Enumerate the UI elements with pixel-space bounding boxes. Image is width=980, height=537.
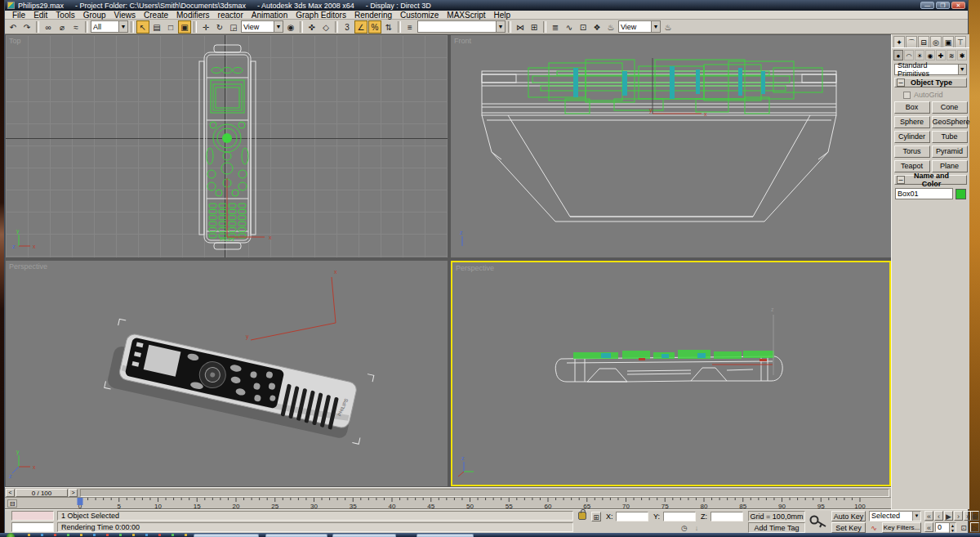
unlink-selection-icon[interactable]: ⌀ (56, 20, 69, 34)
render-scene-icon[interactable]: ♨ (604, 20, 617, 34)
track-bar[interactable]: ⊟ 05101520253035404550556065707580859095… (5, 497, 891, 509)
select-link-icon[interactable]: ∞ (42, 20, 55, 34)
redo-icon[interactable]: ↷ (20, 20, 33, 34)
viewport-perspective-shaded[interactable]: Perspective (6, 261, 448, 486)
current-frame-field[interactable]: 0 ▲▼ (935, 522, 956, 532)
named-selection-icon[interactable]: ≡ (403, 20, 416, 34)
viewport-perspective-active[interactable]: Perspective (451, 261, 891, 486)
chevron-down-icon[interactable]: ▼ (912, 512, 920, 521)
create-teapot-button[interactable]: Teapot (894, 160, 930, 172)
object-color-swatch[interactable] (956, 189, 966, 199)
set-keys-key-icon[interactable] (808, 512, 828, 530)
close-button[interactable]: ✕ (951, 2, 965, 9)
subtab-lights-icon[interactable]: ☀ (915, 50, 924, 60)
selection-filter-dropdown[interactable]: All▼ (91, 20, 128, 33)
create-pyramid-button[interactable]: Pyramid (932, 145, 968, 158)
create-cone-button[interactable]: Cone (932, 101, 968, 114)
create-geosphere-button[interactable]: GeoSphere (932, 116, 968, 128)
coord-system-dropdown[interactable]: View▼ (241, 20, 283, 33)
select-scale-icon[interactable]: ◲ (227, 20, 240, 34)
tab-display-icon[interactable]: ▣ (942, 36, 954, 47)
default-tangent-icon[interactable]: ∿ (869, 523, 879, 533)
time-slider-handle[interactable]: 0 / 100 (16, 489, 68, 497)
subtab-cameras-icon[interactable]: ◉ (925, 50, 935, 60)
undo-icon[interactable]: ↶ (7, 20, 20, 34)
object-name-input[interactable]: Box01 (895, 188, 953, 199)
time-config-icon[interactable]: ⊡ (959, 523, 969, 533)
frame-spinner[interactable]: ▲▼ (949, 523, 956, 533)
clock-icon[interactable]: ◷ (679, 523, 689, 533)
tab-create-icon[interactable]: ✦ (893, 36, 905, 47)
time-slider-prev-button[interactable]: < (6, 489, 15, 497)
subtab-helpers-icon[interactable]: ✚ (936, 50, 946, 60)
maxscript-mini-recorder[interactable] (11, 511, 54, 521)
quick-render-icon[interactable]: ♨ (662, 20, 675, 34)
chevron-down-icon[interactable]: ▼ (274, 21, 283, 32)
selection-set-dropdown[interactable]: Selected ▼ (869, 511, 921, 521)
windows-taskbar[interactable] (0, 533, 980, 537)
taskbar-button[interactable] (194, 534, 259, 537)
object-type-rollout-header[interactable]: – Object Type (894, 78, 967, 87)
viewport-top[interactable]: Top (6, 35, 448, 257)
rect-selection-region-icon[interactable]: □ (164, 20, 177, 34)
menu-animation[interactable]: Animation (247, 11, 292, 20)
viewport-label-front[interactable]: Front (454, 37, 471, 45)
schematic-view-icon[interactable]: ⊡ (577, 20, 590, 34)
collapse-icon[interactable]: – (897, 176, 905, 184)
name-color-rollout-header[interactable]: – Name and Color (894, 175, 967, 185)
key-mode-toggle-icon[interactable]: « (924, 522, 933, 532)
menu-views[interactable]: Views (110, 11, 140, 20)
menu-reactor[interactable]: reactor (214, 11, 247, 20)
curve-editor-icon[interactable]: ∿ (563, 20, 576, 34)
time-slider-track[interactable] (80, 489, 889, 497)
tab-hierarchy-icon[interactable]: ⊟ (918, 36, 929, 47)
restore-button[interactable]: ❐ (936, 2, 950, 9)
chevron-down-icon[interactable]: ▼ (496, 21, 505, 32)
key-filters-button[interactable]: Key Filters... (882, 522, 921, 533)
subtab-spacewarps-icon[interactable]: ≋ (947, 50, 956, 60)
subtab-geometry-icon[interactable]: ● (893, 50, 903, 60)
autogrid-checkbox[interactable] (903, 92, 911, 99)
time-slider-next-button[interactable]: > (69, 489, 78, 497)
menu-file[interactable]: File (8, 11, 29, 20)
spinner-snap-icon[interactable]: ⇅ (382, 20, 395, 34)
tab-motion-icon[interactable]: ◎ (930, 36, 942, 47)
select-by-name-icon[interactable]: ▤ (150, 20, 163, 34)
x-coordinate-field[interactable] (616, 512, 648, 521)
absolute-offset-toggle-icon[interactable]: ⊞ (591, 512, 601, 521)
set-key-button[interactable]: Set Key (831, 522, 866, 533)
next-frame-button[interactable]: › (954, 511, 963, 521)
create-torus-button[interactable]: Torus (894, 145, 930, 158)
create-box-button[interactable]: Box (894, 101, 930, 114)
start-orb-icon[interactable] (7, 533, 15, 537)
add-time-tag-button[interactable]: Add Time Tag (748, 522, 805, 533)
chevron-down-icon[interactable]: ▼ (118, 21, 127, 32)
chevron-down-icon[interactable]: ▼ (958, 65, 966, 74)
auto-key-button[interactable]: Auto Key (831, 511, 866, 521)
titlebar[interactable]: Philips29.max - Project Folder: C:\Users… (5, 0, 968, 11)
align-icon[interactable]: ⊞ (528, 20, 541, 34)
menu-group[interactable]: Group (79, 11, 110, 20)
menu-create[interactable]: Create (140, 11, 172, 20)
taskbar-button[interactable] (265, 534, 327, 537)
select-rotate-icon[interactable]: ↻ (213, 20, 226, 34)
bind-spacewarp-icon[interactable]: ≈ (69, 20, 82, 34)
subtab-systems-icon[interactable]: ✱ (957, 50, 967, 60)
viewport-label-perspective-right[interactable]: Perspective (456, 264, 494, 272)
menu-graph-editors[interactable]: Graph Editors (292, 11, 350, 20)
material-editor-icon[interactable]: ❖ (590, 20, 604, 34)
select-manipulate-icon[interactable]: ✜ (305, 20, 318, 34)
pivot-center-icon[interactable]: ◉ (284, 20, 297, 34)
collapse-icon[interactable]: – (897, 78, 905, 87)
minimize-button[interactable]: — (920, 2, 934, 9)
snap-3d-icon[interactable]: 3 (341, 20, 354, 34)
menu-edit[interactable]: Edit (29, 11, 51, 20)
select-object-icon[interactable]: ↖ (136, 20, 149, 34)
menu-rendering[interactable]: Rendering (350, 11, 396, 20)
angle-snap-icon[interactable]: ∠ (354, 20, 368, 34)
taskbar-button[interactable] (332, 534, 396, 537)
selection-lock-icon[interactable] (578, 512, 586, 520)
create-cylinder-button[interactable]: Cylinder (894, 131, 930, 143)
menu-help[interactable]: Help (490, 11, 515, 20)
menu-maxscript[interactable]: MAXScript (443, 11, 489, 20)
